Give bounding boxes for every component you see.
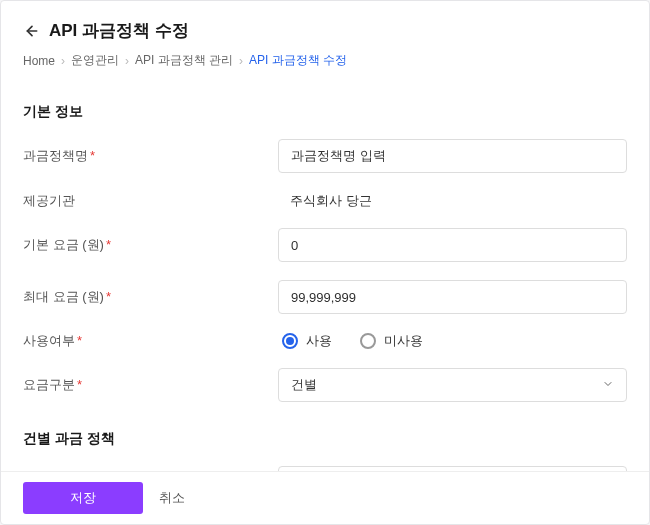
label-max-fee: 최대 요금 (원)* bbox=[23, 288, 278, 306]
required-indicator: * bbox=[77, 377, 82, 392]
radio-icon bbox=[360, 333, 376, 349]
required-indicator: * bbox=[106, 289, 111, 304]
fee-type-select[interactable]: 건별 bbox=[278, 368, 627, 402]
label-fee-type: 요금구분* bbox=[23, 376, 278, 394]
breadcrumb-item[interactable]: Home bbox=[23, 54, 55, 68]
breadcrumb-item[interactable]: API 과금정책 관리 bbox=[135, 52, 233, 69]
radio-label: 사용 bbox=[306, 332, 332, 350]
radio-icon bbox=[282, 333, 298, 349]
save-button[interactable]: 저장 bbox=[23, 482, 143, 514]
cancel-button[interactable]: 취소 bbox=[159, 489, 185, 507]
radio-no-use[interactable]: 미사용 bbox=[360, 332, 423, 350]
required-indicator: * bbox=[77, 333, 82, 348]
radio-label: 미사용 bbox=[384, 332, 423, 350]
breadcrumb-item[interactable]: 운영관리 bbox=[71, 52, 119, 69]
policy-name-input[interactable] bbox=[278, 139, 627, 173]
label-use-yn: 사용여부* bbox=[23, 332, 278, 350]
back-arrow-icon[interactable] bbox=[23, 22, 41, 40]
base-fee-input[interactable] bbox=[278, 228, 627, 262]
label-policy-name: 과금정책명* bbox=[23, 147, 278, 165]
label-provider: 제공기관 bbox=[23, 192, 278, 210]
section-title-basic: 기본 정보 bbox=[23, 103, 627, 121]
label-base-fee: 기본 요금 (원)* bbox=[23, 236, 278, 254]
breadcrumb: Home › 운영관리 › API 과금정책 관리 › API 과금정책 수정 bbox=[23, 52, 627, 69]
chevron-right-icon: › bbox=[125, 54, 129, 68]
max-fee-input[interactable] bbox=[278, 280, 627, 314]
select-value: 건별 bbox=[291, 376, 317, 394]
provider-value: 주식회사 당근 bbox=[278, 193, 372, 208]
chevron-right-icon: › bbox=[61, 54, 65, 68]
breadcrumb-current: API 과금정책 수정 bbox=[249, 52, 347, 69]
section-title-per: 건별 과금 정책 bbox=[23, 430, 627, 448]
required-indicator: * bbox=[106, 237, 111, 252]
radio-use[interactable]: 사용 bbox=[282, 332, 332, 350]
chevron-down-icon bbox=[602, 378, 614, 393]
chevron-right-icon: › bbox=[239, 54, 243, 68]
page-title: API 과금정책 수정 bbox=[49, 19, 189, 42]
required-indicator: * bbox=[90, 148, 95, 163]
